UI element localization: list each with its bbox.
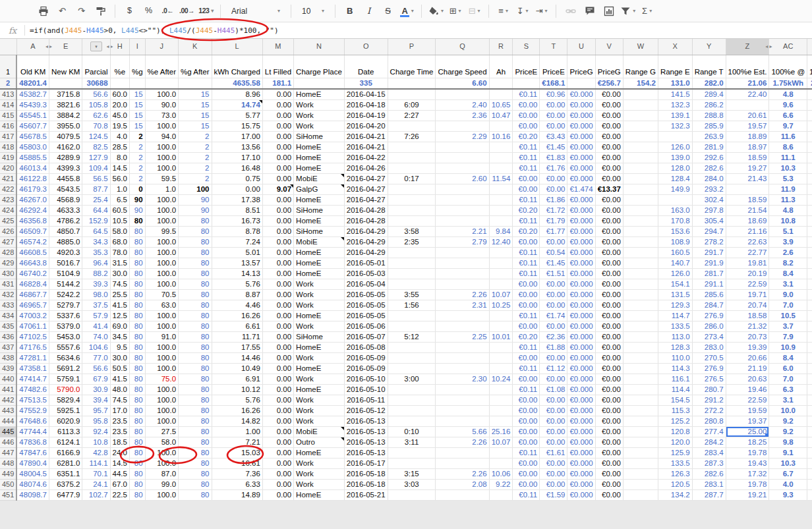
cell-AD445[interactable]: 6.4 (807, 427, 812, 437)
cell-S447[interactable]: €0.11 (513, 448, 540, 459)
cell-T422[interactable]: €0.00 (540, 184, 567, 195)
cell-P441[interactable] (388, 385, 436, 395)
cell-J434[interactable]: 100.0 (145, 311, 178, 321)
cell-Y430[interactable]: 281.7 (692, 269, 726, 279)
cell-Y424[interactable]: 297.8 (692, 206, 726, 216)
cell-O446[interactable]: 2016-05-13 (344, 437, 388, 448)
cell-A438[interactable]: 47281.1 (16, 353, 49, 364)
cell-U434[interactable]: €0.000 (567, 311, 595, 321)
cell-J423[interactable]: 100.0 (145, 195, 178, 206)
cell-AC432[interactable]: 9.0 (769, 290, 807, 300)
cell-V439[interactable]: €0.00 (595, 364, 623, 374)
cell-I437[interactable]: 80 (129, 343, 145, 353)
cell-I447[interactable]: 80 (129, 448, 145, 459)
cell-Q437[interactable] (436, 343, 489, 353)
header-cell-AC2[interactable]: 1.75kWh (769, 78, 807, 89)
cell-O432[interactable]: 2016-05-05 (344, 290, 388, 300)
cell-Y433[interactable]: 284.7 (692, 300, 726, 311)
cell-X431[interactable]: 154.1 (658, 279, 692, 290)
cell-T433[interactable]: €0.00 (540, 300, 567, 311)
cell-X417[interactable] (658, 132, 692, 142)
cell-P418[interactable] (388, 142, 436, 153)
cell-H442[interactable]: 74.5 (110, 395, 129, 406)
cell-U439[interactable]: €0.000 (567, 364, 595, 374)
cell-X445[interactable]: 120.8 (658, 427, 692, 437)
cell-J443[interactable]: 100.0 (145, 406, 178, 416)
cell-R417[interactable]: 10.16 (489, 132, 513, 142)
cell-P450[interactable]: 3:03 (388, 480, 436, 490)
cell-S423[interactable]: €0.11 (513, 195, 540, 206)
cell-F437[interactable]: 104.6 (82, 343, 110, 353)
cell-P426[interactable]: 3:58 (388, 227, 436, 237)
cell-J431[interactable]: 100.0 (145, 279, 178, 290)
cell-I438[interactable]: 80 (129, 353, 145, 364)
cell-W415[interactable] (623, 111, 658, 121)
cell-X419[interactable]: 139.0 (658, 153, 692, 163)
cell-J418[interactable]: 100.0 (145, 142, 178, 153)
cell-X420[interactable]: 128.0 (658, 163, 692, 174)
cell-I435[interactable]: 80 (129, 321, 145, 332)
cell-H420[interactable]: 14.5 (110, 163, 129, 174)
header-cell-W2[interactable]: 154.2 (623, 78, 658, 89)
group-expand-icon[interactable]: ▸ (49, 44, 52, 49)
cell-Q439[interactable] (436, 364, 489, 374)
cell-S448[interactable]: €0.00 (513, 459, 540, 469)
cell-S424[interactable]: €0.20 (513, 206, 540, 216)
cell-R442[interactable] (489, 395, 513, 406)
cell-X415[interactable]: 139.1 (658, 111, 692, 121)
row-header-423[interactable]: 423 (0, 195, 16, 206)
cell-J441[interactable]: 100.0 (145, 385, 178, 395)
cell-A431[interactable]: 46828.4 (16, 279, 49, 290)
cell-L419[interactable]: 17.10 (212, 153, 262, 163)
cell-X422[interactable]: 149.9 (658, 184, 692, 195)
cell-O438[interactable]: 2016-05-09 (344, 353, 388, 364)
cell-J420[interactable]: 100.0 (145, 163, 178, 174)
cell-J435[interactable]: 100.0 (145, 321, 178, 332)
cell-T416[interactable]: €0.00 (540, 121, 567, 132)
cell-W416[interactable] (623, 121, 658, 132)
cell-Z438[interactable]: 20.66 (726, 353, 769, 364)
cell-N415[interactable]: Work (294, 111, 345, 121)
cell-K444[interactable]: 80 (179, 416, 212, 427)
cell-Y434[interactable]: 276.9 (692, 311, 726, 321)
cell-I413[interactable]: 15 (129, 89, 145, 100)
cell-P448[interactable] (388, 459, 436, 469)
cell-M447[interactable]: 0.00 (262, 448, 293, 459)
cell-I425[interactable]: 80 (129, 216, 145, 227)
cell-AC427[interactable]: 3.9 (769, 237, 807, 248)
cell-F416[interactable]: 70.8 (82, 121, 110, 132)
cell-V444[interactable]: €0.00 (595, 416, 623, 427)
cell-AC428[interactable]: 2.6 (769, 248, 807, 258)
cell-F431[interactable]: 39.3 (82, 279, 110, 290)
cell-F417[interactable]: 124.5 (82, 132, 110, 142)
row-header-416[interactable]: 416 (0, 121, 16, 132)
cell-L436[interactable]: 11.71 (212, 332, 262, 343)
cell-P424[interactable] (388, 206, 436, 216)
cell-Y421[interactable]: 284.0 (692, 174, 726, 184)
cell-T429[interactable]: €1.45 (540, 258, 567, 269)
header-cell-H1[interactable]: %e (110, 55, 129, 78)
row-header-414[interactable]: 414 (0, 100, 16, 111)
cell-F441[interactable]: 30.9 (82, 385, 110, 395)
cell-O413[interactable]: 2016-04-15 (344, 89, 388, 100)
cell-W442[interactable] (623, 395, 658, 406)
cell-S436[interactable]: €0.20 (513, 332, 540, 343)
cell-U420[interactable]: €0.000 (567, 163, 595, 174)
cell-O442[interactable]: 2016-05-11 (344, 395, 388, 406)
cell-J424[interactable]: 100.0 (145, 206, 178, 216)
cell-L416[interactable]: 15.75 (212, 121, 262, 132)
paint-format-button[interactable] (93, 3, 108, 19)
header-cell-N2[interactable] (294, 78, 345, 89)
cell-E425[interactable]: 4786.2 (49, 216, 82, 227)
cell-S427[interactable]: €0.00 (513, 237, 540, 248)
cell-V443[interactable]: €0.00 (595, 406, 623, 416)
cell-AC429[interactable]: 8.2 (769, 258, 807, 269)
row-header-422[interactable]: 422 (0, 184, 16, 195)
header-cell-H2[interactable] (110, 78, 129, 89)
row-header-446[interactable]: 446 (0, 437, 16, 448)
cell-N448[interactable]: Work (294, 459, 345, 469)
cell-Y431[interactable]: 291.1 (692, 279, 726, 290)
cell-M450[interactable]: 0.00 (262, 480, 293, 490)
header-cell-Z2[interactable]: 21.06 (726, 78, 769, 89)
cell-U418[interactable]: €0.000 (567, 142, 595, 153)
